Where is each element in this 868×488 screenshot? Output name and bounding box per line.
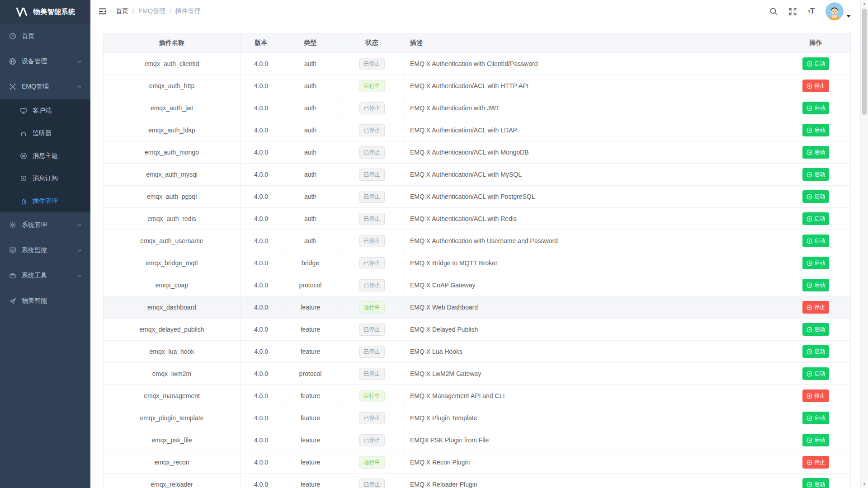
emq-nodes-icon [9,83,16,90]
button-label: 停止 [814,459,825,466]
stop-circle-icon [807,83,812,89]
sidebar-item-system-admin[interactable]: 系统管理 [0,212,90,238]
sidebar-item-label: 首页 [22,32,82,40]
plugin-description: EMQ X Authentication/ACL with PostgreSQL [405,186,781,208]
plugin-version: 4.0.0 [241,296,282,319]
dashboard-icon [9,33,16,40]
chevron-down-icon [77,59,82,64]
toggle-plugin-button[interactable]: 启动 [802,124,829,136]
plugin-version: 4.0.0 [241,451,282,474]
button-label: 启动 [814,414,825,422]
toggle-plugin-button[interactable]: 停止 [802,80,829,92]
toggle-plugin-button[interactable]: 启动 [802,235,829,247]
sidebar-item-plugins[interactable]: 插件管理 [0,190,90,212]
sidebar-item-clients[interactable]: 客户端 [0,99,90,122]
toggle-plugin-button[interactable]: 启动 [802,102,829,114]
plugin-version: 4.0.0 [241,75,282,97]
monitor-chart-icon [9,247,16,254]
toggle-plugin-button[interactable]: 启动 [802,478,829,488]
plugin-name: emqx_auth_mongo [104,141,241,164]
status-badge: 已停止 [359,169,385,181]
scrollbar-thumb[interactable] [862,9,867,115]
plugin-type: auth [282,164,339,186]
sidebar-item-topics[interactable]: 消息主题 [0,145,90,167]
toggle-plugin-button[interactable]: 启动 [802,212,829,225]
paper-plane-icon [9,297,16,305]
status-badge: 已停止 [359,412,385,424]
scroll-down-arrow-icon[interactable]: ▼ [861,480,868,488]
button-label: 启动 [814,193,825,201]
plugin-name: emqx_auth_pgsql [104,186,241,208]
topbar-actions: tT [766,2,864,20]
button-label: 启动 [814,60,825,68]
button-label: 启动 [814,436,825,444]
toggle-plugin-button[interactable]: 启动 [802,434,829,446]
fullscreen-icon[interactable] [785,4,800,19]
sidebar-item-label: 设备管理 [22,57,77,66]
sidebar-toggle-button[interactable] [98,6,108,16]
toggle-plugin-button[interactable]: 启动 [802,257,829,269]
plugin-description: EMQ X Lua Hooks [405,341,781,363]
breadcrumb: 首页 / EMQ管理 / 插件管理 [116,7,201,15]
message-subscribe-icon [20,175,27,182]
scroll-up-arrow-icon[interactable]: ▲ [861,0,868,8]
button-label: 停止 [814,304,825,311]
emq-submenu: 客户端 监听器 消息主题 [0,99,90,212]
user-menu[interactable] [826,2,851,20]
sidebar-item-devices[interactable]: 设备管理 [0,49,90,74]
toggle-plugin-button[interactable]: 启动 [802,57,829,70]
sidebar-item-system-monitor[interactable]: 系统监控 [0,238,90,263]
status-badge: 已停止 [359,213,385,225]
toggle-plugin-button[interactable]: 启动 [802,323,829,336]
plugin-type: feature [282,474,339,488]
sidebar-item-subscriptions[interactable]: 消息订阅 [0,167,90,190]
plugin-version: 4.0.0 [241,53,282,75]
sidebar-item-home[interactable]: 首页 [0,23,90,49]
plugin-description: EMQ X Authentication/ACL with MongoDB [405,141,781,164]
status-badge: 已停止 [359,279,385,291]
sidebar-item-wumei-ai[interactable]: 物美智能 [0,288,90,314]
plugin-type: auth [282,208,339,230]
sidebar-item-emq[interactable]: EMQ管理 [0,74,90,99]
button-label: 启动 [814,348,825,356]
toggle-plugin-button[interactable]: 启动 [802,279,829,291]
toggle-plugin-button[interactable]: 启动 [802,168,829,181]
toggle-plugin-button[interactable]: 启动 [802,146,829,159]
avatar [826,2,844,20]
status-badge: 已停止 [359,434,385,446]
sidebar-item-label: 消息主题 [33,152,58,160]
search-icon[interactable] [766,4,781,19]
button-label: 启动 [814,259,825,267]
sidebar-item-listeners[interactable]: 监听器 [0,122,90,145]
plugin-version: 4.0.0 [241,230,282,252]
toggle-plugin-button[interactable]: 启动 [802,345,829,358]
table-row: emqx_auth_ldap 4.0.0 auth 已停止 EMQ X Auth… [104,119,851,141]
plugin-description: EMQ X Authentication with Username and P… [405,230,781,252]
breadcrumb-current: 插件管理 [175,7,201,15]
vertical-scrollbar[interactable]: ▲ ▼ [860,0,868,488]
toggle-plugin-button[interactable]: 停止 [802,389,829,402]
toggle-plugin-button[interactable]: 停止 [802,301,829,314]
breadcrumb-home[interactable]: 首页 [116,7,128,15]
table-row: emqx_bridge_mqtt 4.0.0 bridge 已停止 EMQ X … [104,252,851,274]
plugin-name: emqx_bridge_mqtt [104,252,241,274]
sidebar-item-system-tools[interactable]: 系统工具 [0,263,90,288]
breadcrumb-separator: / [170,8,171,15]
sidebar-item-label: 插件管理 [33,197,58,205]
plugin-description: EMQX PSK Plugin from File [405,429,781,451]
button-label: 启动 [814,326,825,333]
message-topic-icon [20,152,27,160]
font-size-icon[interactable]: tT [804,4,819,19]
sidebar-item-label: 监听器 [33,129,52,137]
plugin-version: 4.0.0 [241,385,282,407]
toggle-plugin-button[interactable]: 启动 [802,412,829,424]
button-label: 启动 [814,127,825,134]
table-row: emqx_auth_pgsql 4.0.0 auth 已停止 EMQ X Aut… [104,186,851,208]
plugin-version: 4.0.0 [241,341,282,363]
toggle-plugin-button[interactable]: 启动 [802,190,829,203]
plugin-table: 插件名称 版本 类型 状态 描述 操作 emqx_auth_clientid 4… [103,33,851,488]
sidebar-item-label: 系统管理 [22,221,77,229]
toggle-plugin-button[interactable]: 停止 [802,456,829,469]
play-circle-icon [807,194,812,200]
toggle-plugin-button[interactable]: 启动 [802,367,829,380]
